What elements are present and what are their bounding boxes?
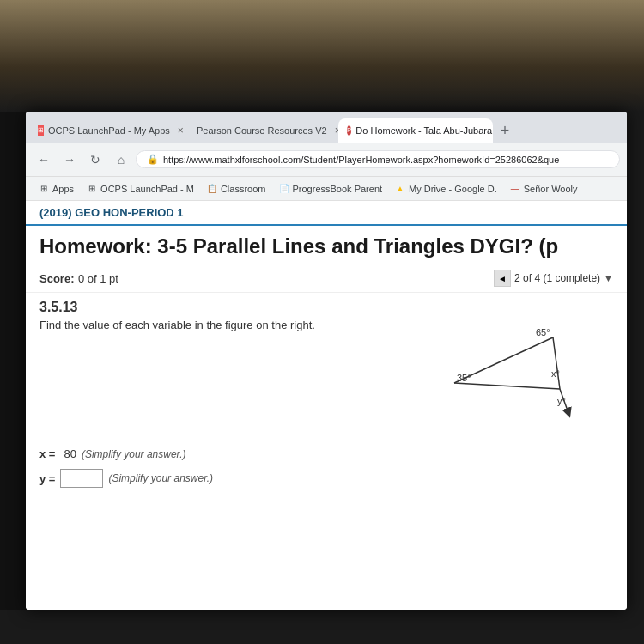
triangle-figure: 65° 35° x° y° — [424, 319, 596, 430]
bookmark-progressbook-label: ProgressBook Parent — [293, 184, 383, 194]
apps-grid-icon: ⊞ — [38, 183, 50, 195]
period-header: (2019) GEO HON-PERIOD 1 — [26, 201, 627, 226]
bookmarks-bar: ⊞ Apps ⊞ OCPS LaunchPad - M 📋 Classroom … — [26, 177, 627, 201]
bg-top — [0, 0, 644, 112]
problem-instruction-text: Find the value of each variable in the f… — [39, 319, 315, 331]
tab-ocps-favicon: ⊞ — [38, 125, 44, 136]
bookmark-apps[interactable]: ⊞ Apps — [33, 181, 79, 197]
progress-dropdown[interactable]: ▼ — [604, 273, 613, 283]
progressbook-icon: 📄 — [278, 183, 290, 195]
ocps-icon: ⊞ — [86, 183, 98, 195]
bookmark-ocps-label: OCPS LaunchPad - M — [100, 184, 194, 194]
x-note: (Simplify your answer.) — [82, 448, 186, 460]
y-label: y = — [39, 472, 55, 485]
tab-bar: ⊞ OCPS LaunchPad - My Apps × Pearson Cou… — [26, 112, 627, 143]
address-bar[interactable]: 🔒 https://www.mathxlforschool.com/Studen… — [136, 150, 620, 168]
browser-window: ⊞ OCPS LaunchPad - My Apps × Pearson Cou… — [26, 112, 627, 610]
answer-row-x: x = 80 (Simplify your answer.) — [39, 447, 613, 460]
y-input[interactable] — [60, 469, 103, 488]
prev-problem-button[interactable]: ◄ — [494, 270, 511, 287]
tab-ocps-label: OCPS LaunchPad - My Apps — [48, 125, 170, 136]
answer-row-y: y = (Simplify your answer.) — [39, 469, 613, 488]
y-note: (Simplify your answer.) — [108, 472, 213, 484]
bookmark-classroom-label: Classroom — [221, 184, 266, 194]
bookmark-drive-label: My Drive - Google D. — [409, 184, 497, 194]
score-display: Score: 0 of 1 pt — [39, 270, 118, 286]
back-button[interactable]: ← — [33, 149, 55, 171]
svg-line-2 — [454, 383, 560, 389]
score-label: Score: — [39, 272, 74, 285]
refresh-button[interactable]: ↻ — [84, 149, 106, 171]
tab-pearson[interactable]: Pearson Course Resources V2 × — [184, 118, 338, 143]
tab-ocps-close[interactable]: × — [178, 125, 184, 137]
svg-text:x°: x° — [551, 368, 560, 379]
tab-ocps[interactable]: ⊞ OCPS LaunchPad - My Apps × — [29, 118, 184, 143]
home-button[interactable]: ⌂ — [110, 149, 132, 171]
bookmark-progressbook[interactable]: 📄 ProgressBook Parent — [273, 181, 388, 197]
bookmark-senor[interactable]: — Señor Wooly — [504, 181, 583, 197]
bookmark-ocps[interactable]: ⊞ OCPS LaunchPad - M — [81, 181, 199, 197]
senor-icon: — — [509, 183, 521, 195]
x-label: x = — [39, 447, 55, 460]
address-text: https://www.mathxlforschool.com/Student/… — [163, 155, 559, 165]
problem-number: 3.5.13 — [26, 293, 627, 319]
new-tab-button[interactable]: + — [493, 118, 517, 143]
homework-title-text: Homework: 3-5 Parallel Lines and Triangl… — [39, 234, 558, 258]
problem-nav: ◄ 2 of 4 (1 complete) ▼ — [494, 270, 613, 287]
bookmark-apps-label: Apps — [52, 184, 74, 194]
page-content: (2019) GEO HON-PERIOD 1 Homework: 3-5 Pa… — [26, 201, 627, 610]
answer-area: x = 80 (Simplify your answer.) y = (Simp… — [26, 440, 627, 510]
bookmark-classroom[interactable]: 📋 Classroom — [201, 181, 271, 197]
svg-text:35°: 35° — [457, 373, 471, 383]
score-row: Score: 0 of 1 pt ◄ 2 of 4 (1 complete) ▼ — [26, 264, 627, 293]
bg-left — [0, 112, 26, 610]
tab-mathxl-label: Do Homework - Tala Abu-Jubara — [355, 125, 492, 136]
svg-line-1 — [553, 337, 560, 389]
tab-mathxl[interactable]: P Do Homework - Tala Abu-Jubara × — [338, 118, 493, 143]
progress-text: 2 of 4 (1 complete) — [514, 272, 600, 284]
homework-title: Homework: 3-5 Parallel Lines and Triangl… — [26, 226, 627, 264]
period-header-text: (2019) GEO HON-PERIOD 1 — [39, 206, 184, 219]
nav-bar: ← → ↻ ⌂ 🔒 https://www.mathxlforschool.co… — [26, 143, 627, 177]
bookmark-senor-label: Señor Wooly — [524, 184, 578, 194]
svg-text:y°: y° — [557, 396, 566, 406]
forward-button[interactable]: → — [58, 149, 81, 171]
classroom-icon: 📋 — [206, 183, 218, 195]
drive-icon: ▲ — [394, 183, 406, 195]
bookmark-drive[interactable]: ▲ My Drive - Google D. — [389, 181, 502, 197]
figure-area: 65° 35° x° y° — [424, 319, 613, 434]
svg-text:65°: 65° — [536, 327, 550, 337]
x-value: 80 — [64, 447, 76, 460]
lock-icon: 🔒 — [147, 154, 159, 165]
score-value: 0 of 1 pt — [78, 272, 118, 285]
tab-pearson-label: Pearson Course Resources V2 — [197, 125, 327, 136]
tab-mathxl-favicon: P — [347, 125, 351, 136]
problem-instruction: Find the value of each variable in the f… — [39, 319, 424, 331]
problem-number-text: 3.5.13 — [39, 300, 77, 314]
